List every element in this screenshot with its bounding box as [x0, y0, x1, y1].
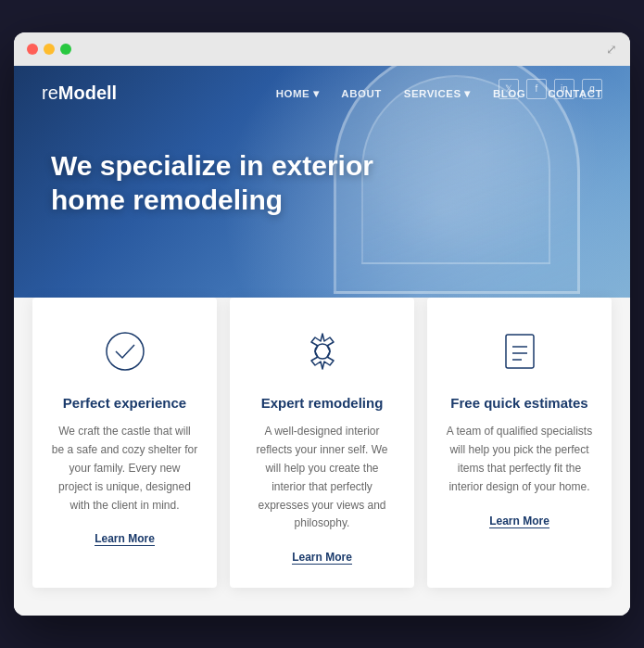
navbar: reModell HOME ▾ ABOUT SERVICES ▾ BLOG	[14, 66, 630, 121]
nav-link-contact[interactable]: CONTACT	[548, 88, 602, 99]
nav-item-home[interactable]: HOME ▾	[276, 84, 320, 101]
nav-links: HOME ▾ ABOUT SERVICES ▾ BLOG CONTACT	[276, 84, 602, 101]
traffic-lights	[27, 44, 71, 55]
nav-item-services[interactable]: SERVICES ▾	[404, 84, 471, 101]
card-remodeling: Expert remodeling A well-designed interi…	[230, 298, 414, 588]
card-text-remodeling: A well-designed interior reflects your i…	[248, 423, 396, 533]
card-link-estimates[interactable]: Learn More	[489, 515, 549, 528]
card-link-remodeling[interactable]: Learn More	[292, 551, 352, 565]
hero-content: We specialize in exterior home remodelin…	[14, 121, 630, 246]
document-icon	[494, 325, 546, 377]
nav-item-contact[interactable]: CONTACT	[548, 84, 602, 101]
browser-window: ⤢ 𝕏 f in g reModell HOME ▾	[14, 32, 630, 616]
gear-icon	[297, 325, 348, 377]
document-svg	[497, 328, 543, 375]
card-link-experience[interactable]: Learn More	[95, 532, 155, 546]
card-text-experience: We craft the castle that will be a safe …	[51, 423, 198, 515]
svg-rect-2	[506, 335, 534, 368]
nav-link-home[interactable]: HOME ▾	[276, 88, 320, 99]
check-circle-svg	[102, 328, 148, 375]
check-circle-icon	[99, 325, 151, 377]
nav-item-blog[interactable]: BLOG	[493, 84, 525, 101]
card-estimates: Free quick estimates A team of qualified…	[427, 298, 612, 588]
card-text-estimates: A team of qualified specialists will hel…	[446, 423, 593, 496]
maximize-button[interactable]	[60, 44, 71, 55]
minimize-button[interactable]	[44, 44, 55, 55]
cards-section: Perfect experience We craft the castle t…	[14, 298, 630, 616]
hero-title: We specialize in exterior home remodelin…	[51, 148, 385, 218]
website-content: 𝕏 f in g reModell HOME ▾ ABOUT SERVICES …	[14, 66, 630, 616]
card-title-estimates: Free quick estimates	[446, 394, 593, 413]
nav-link-about[interactable]: ABOUT	[341, 88, 381, 99]
gear-svg	[299, 328, 346, 375]
nav-link-services[interactable]: SERVICES ▾	[404, 88, 471, 99]
card-title-remodeling: Expert remodeling	[248, 394, 396, 413]
browser-chrome: ⤢	[14, 32, 630, 66]
svg-point-0	[107, 333, 144, 370]
brand-logo[interactable]: reModell	[42, 83, 117, 104]
expand-icon[interactable]: ⤢	[606, 42, 617, 57]
nav-link-blog[interactable]: BLOG	[493, 88, 525, 99]
close-button[interactable]	[27, 44, 38, 55]
nav-item-about[interactable]: ABOUT	[341, 84, 381, 101]
card-title-experience: Perfect experience	[51, 394, 198, 413]
card-experience: Perfect experience We craft the castle t…	[32, 298, 217, 588]
